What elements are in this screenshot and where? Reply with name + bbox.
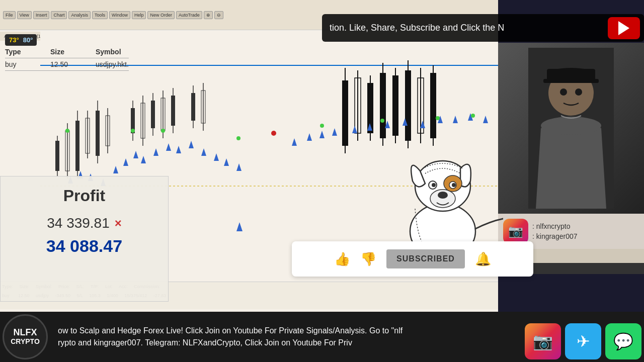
toolbar-view[interactable]: View	[17, 11, 32, 19]
youtube-logo[interactable]	[608, 17, 640, 39]
svg-point-101	[560, 88, 567, 96]
nlfx-logo-text2: CRYPTO	[11, 338, 40, 345]
size-value: 12.50	[50, 60, 80, 68]
svg-point-100	[541, 117, 601, 135]
type-label: Type	[5, 48, 35, 56]
trade-header-row: Type Size Symbol	[5, 48, 129, 58]
toolbar-zoom[interactable]: ⊕	[204, 11, 213, 19]
svg-point-75	[131, 129, 135, 133]
instagram-button[interactable]: 📷	[525, 323, 561, 359]
toolbar-help[interactable]: Help	[132, 11, 146, 19]
temp-cloud: 80°	[23, 36, 33, 44]
person-silhouette	[528, 48, 614, 209]
type-value: buy	[5, 60, 35, 68]
temp-widget: 73° 80°	[5, 34, 37, 46]
toolbar-new-order[interactable]: New Order	[147, 11, 175, 19]
profit-title: Profit	[6, 187, 163, 205]
instagram-icon: 📷	[503, 219, 528, 244]
subscribe-panel: 👍 👎 SUBSCRIBED 🔔	[292, 241, 533, 277]
svg-point-77	[236, 136, 240, 140]
instagram-handle2: : kingrager007	[532, 232, 578, 240]
svg-point-102	[575, 88, 582, 96]
symbol-label: Symbol	[96, 48, 126, 56]
svg-rect-99	[543, 79, 599, 83]
social-icons-bar: 📷 ✈ 💬	[525, 323, 641, 359]
webcam-panel: 📷 : nlfxncrypto : kingrager007 NLFX	[498, 43, 644, 274]
size-label: Size	[50, 48, 80, 56]
ticker-line1: ow to Scalp and Hedge Forex Live! Click …	[53, 325, 536, 337]
bottom-area: NLFX CRYPTO ow to Scalp and Hedge Forex …	[0, 312, 644, 362]
svg-point-92	[452, 183, 456, 187]
ticker-line2: rypto and kingrager007. Telegram: NLFXan…	[53, 337, 536, 349]
profit-value1: 34 339.81	[47, 215, 110, 231]
profit-value-row: 34 339.81 ×	[6, 215, 163, 231]
svg-point-89	[432, 183, 436, 187]
svg-point-82	[271, 131, 276, 136]
whatsapp-social-icon: 💬	[613, 332, 633, 351]
subscribed-button[interactable]: SUBSCRIBED	[386, 249, 465, 268]
profit-close-button[interactable]: ×	[115, 216, 122, 230]
trade-info: Type Size Symbol buy 12.50 usdjpy.hkt.	[5, 48, 129, 73]
ticker-text-area: ow to Scalp and Hedge Forex Live! Click …	[53, 312, 536, 362]
nlfx-logo-text1: NLFX	[14, 328, 37, 338]
dislike-button[interactable]: 👎	[360, 251, 376, 267]
temp-sun: 73°	[9, 36, 19, 44]
svg-point-80	[436, 116, 440, 120]
profit-total: 34 088.47	[6, 236, 163, 256]
toolbar-chart[interactable]: Chart	[51, 11, 67, 19]
symbol-value: usdjpy.hkt.	[96, 60, 129, 68]
trade-value-row: buy 12.50 usdjpy.hkt.	[5, 60, 129, 71]
toolbar-insert[interactable]: Insert	[33, 11, 50, 19]
svg-point-79	[380, 119, 384, 123]
telegram-button[interactable]: ✈	[565, 323, 601, 359]
instagram-info: : nlfxncrypto : kingrager007	[532, 222, 578, 240]
toolbar-zoomout[interactable]: ⊖	[214, 11, 223, 19]
youtube-banner: tion. Like, Share, Subscribe and Click t…	[322, 14, 644, 42]
toolbar-window[interactable]: Window	[109, 11, 130, 19]
profit-panel: Profit 34 339.81 × 34 088.47	[0, 176, 169, 302]
toolbar-tools[interactable]: Tools	[92, 11, 108, 19]
like-button[interactable]: 👍	[334, 251, 350, 267]
svg-point-74	[65, 129, 69, 133]
youtube-banner-text: tion. Like, Share, Subscribe and Click t…	[322, 23, 608, 33]
svg-point-76	[161, 129, 165, 133]
toolbar-analysis[interactable]: Analysis	[68, 11, 91, 19]
instagram-social-icon: 📷	[533, 332, 553, 351]
nlfx-logo: NLFX CRYPTO	[3, 314, 48, 359]
instagram-handle1: : nlfxncrypto	[532, 222, 578, 230]
toolbar-file[interactable]: File	[3, 11, 16, 19]
svg-point-81	[471, 114, 475, 118]
telegram-social-icon: ✈	[577, 332, 590, 351]
toolbar-autotrade[interactable]: AutoTrade	[176, 11, 202, 19]
youtube-play-icon	[618, 21, 629, 35]
svg-point-87	[438, 192, 448, 199]
webcam-video	[498, 43, 644, 214]
bell-button[interactable]: 🔔	[475, 251, 491, 267]
svg-point-78	[320, 124, 324, 128]
whatsapp-button[interactable]: 💬	[605, 323, 641, 359]
